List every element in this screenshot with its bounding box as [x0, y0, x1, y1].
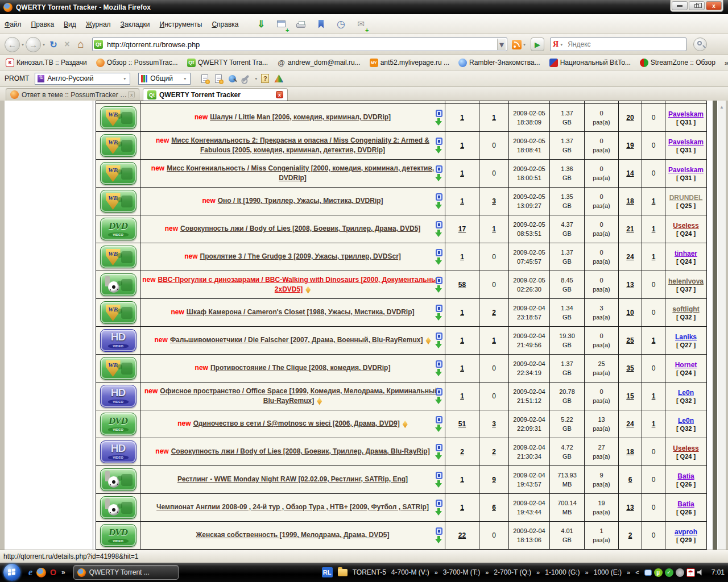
promt-help-icon[interactable]: ? — [259, 72, 271, 85]
torrent-file-icon[interactable] — [436, 500, 442, 507]
seeders-link[interactable]: 1 — [460, 504, 464, 512]
download-icon[interactable] — [435, 313, 442, 321]
uploader-link[interactable]: Le0n — [678, 417, 694, 425]
restore-button[interactable] — [689, 1, 705, 10]
torrent-file-icon[interactable] — [436, 277, 442, 284]
num2-link[interactable]: 1 — [652, 392, 656, 400]
download-icon[interactable] — [435, 174, 442, 181]
bookmark-item[interactable]: Rambler-Знакомства... — [458, 59, 540, 67]
promt-direction-select[interactable]: Англо-Русский ▾ — [35, 73, 130, 85]
menu-item[interactable]: Файл — [5, 20, 22, 28]
search-input[interactable] — [566, 40, 684, 49]
stop-button[interactable]: × — [60, 38, 74, 51]
download-icon[interactable] — [435, 230, 442, 237]
seeders-link[interactable]: 17 — [458, 225, 466, 233]
seeders-link[interactable]: 1 — [460, 392, 464, 400]
torrent-title-link[interactable]: Рестлинг - WWE Monday Night RAW [02.02.0… — [177, 475, 408, 483]
replies-link[interactable]: 13 — [626, 504, 634, 512]
drive-shortcut[interactable]: 4-700-M (V:) — [391, 568, 429, 576]
torrent-title-link[interactable]: Мисс Конгениальность 2: Прекрасна и опас… — [171, 136, 429, 154]
uploader-link[interactable]: avproh — [675, 528, 697, 536]
torrent-file-icon[interactable] — [436, 527, 442, 535]
leechers-link[interactable]: 2 — [492, 309, 496, 317]
menu-item[interactable]: Справка — [212, 20, 238, 28]
back-button[interactable]: ← — [5, 37, 20, 52]
translate-page-icon[interactable] — [198, 72, 211, 85]
antivirus-ok-tray-icon[interactable]: ✓ — [665, 568, 673, 577]
seeders-link[interactable]: 2 — [460, 448, 464, 456]
tab-close-icon[interactable]: x — [128, 91, 135, 98]
leechers-link[interactable]: 0 — [492, 253, 496, 261]
download-icon[interactable] — [435, 425, 442, 432]
torrent-title-link[interactable]: Совокупность лжи / Body of Lies [2008, Б… — [180, 225, 420, 232]
num2-link[interactable]: 0 — [652, 114, 656, 122]
leechers-link[interactable]: 3 — [492, 197, 496, 205]
num2-link[interactable]: 1 — [652, 225, 656, 233]
uploader-link[interactable]: softlight — [672, 305, 699, 313]
drive-overflow-icon[interactable]: » — [536, 569, 540, 576]
download-icon[interactable] — [435, 118, 442, 126]
download-icon[interactable] — [435, 397, 442, 404]
torrent-title-link[interactable]: Совокупность лжи / Body of Lies [2008, Б… — [171, 447, 430, 455]
replies-link[interactable]: 10 — [626, 309, 634, 317]
replies-link[interactable]: 18 — [626, 448, 634, 456]
leechers-link[interactable]: 0 — [492, 142, 496, 149]
download-icon[interactable] — [435, 480, 442, 488]
uploader-link[interactable]: tinhaer — [675, 250, 697, 257]
torrent-file-icon[interactable] — [436, 444, 442, 451]
torrent-title-link[interactable]: Проклятие 3 / The Grudge 3 [2009, Ужасы,… — [200, 252, 401, 260]
menu-item[interactable]: Правка — [31, 20, 55, 28]
torrent-file-icon[interactable] — [436, 472, 442, 479]
torrent-file-icon[interactable] — [436, 305, 442, 312]
num2-link[interactable]: 0 — [652, 169, 656, 177]
uploader-link[interactable]: Le0n — [678, 389, 694, 397]
download-icon[interactable] — [435, 452, 442, 460]
download-icon[interactable] — [435, 508, 442, 516]
uploader-link[interactable]: Pavelskam — [668, 166, 704, 174]
seeders-link[interactable]: 1 — [460, 169, 464, 177]
active-tab-close-icon[interactable]: x — [276, 91, 283, 98]
leechers-link[interactable]: 6 — [492, 504, 496, 512]
replies-link[interactable]: 24 — [626, 420, 634, 428]
bookmark-item[interactable]: ККинозал.ТВ :: Раздачи — [6, 59, 87, 67]
bookmark-item[interactable]: StreamZone :: Обзор — [640, 59, 715, 67]
web-search-icon[interactable] — [226, 72, 238, 85]
download-icon[interactable] — [435, 369, 442, 376]
uploader-link[interactable]: Pavelskam — [668, 110, 704, 118]
replies-link[interactable]: 24 — [626, 253, 634, 261]
promt-profile-select[interactable]: Общий ▾ — [138, 73, 191, 85]
torrent-file-icon[interactable] — [436, 416, 442, 423]
replies-link[interactable]: 21 — [626, 225, 634, 233]
replies-link[interactable]: 18 — [626, 197, 634, 205]
torrent-title-link[interactable]: Оно / It [1990, Триллер, Ужасы, Мистика,… — [218, 197, 383, 205]
drive-overflow-icon[interactable]: » — [485, 569, 489, 576]
uploader-link[interactable]: Hornet — [675, 361, 697, 369]
seeders-link[interactable]: 1 — [460, 364, 464, 372]
tab-qwerty-tracker[interactable]: Qt QWERTY Torrent Tracker x — [143, 88, 288, 101]
uploader-link[interactable]: Pavelskam — [668, 138, 704, 146]
menu-item[interactable]: Журнал — [86, 20, 111, 28]
leechers-link[interactable]: 0 — [492, 169, 496, 177]
quicklaunch-overflow-icon[interactable]: » — [61, 568, 65, 576]
replies-link[interactable]: 13 — [626, 281, 634, 289]
torrent-title-link[interactable]: Шалун / Little Man [2006, комедия, крими… — [210, 113, 391, 121]
seeders-link[interactable]: 1 — [460, 476, 464, 484]
menu-item[interactable]: Закладки — [121, 20, 150, 28]
taskbar-folder-label[interactable]: TORENT-5 — [353, 568, 386, 576]
volume-tray-icon[interactable] — [697, 569, 704, 576]
drive-shortcut[interactable]: 3-700-M (T:) — [443, 568, 480, 576]
num2-link[interactable]: 0 — [652, 531, 656, 539]
url-history-dropdown-icon[interactable]: ▾ — [497, 39, 506, 50]
start-button[interactable] — [3, 564, 20, 581]
bookmark-item[interactable]: MYant52.mylivepage.ru ... — [370, 59, 449, 67]
seeders-link[interactable]: 1 — [460, 114, 464, 122]
uploader-link[interactable]: helenlvova — [668, 277, 704, 285]
utorrent-tray-icon[interactable]: µ — [654, 568, 663, 577]
taskbar-window-button[interactable]: QWERTY Torrent ... — [73, 565, 179, 580]
print-icon[interactable] — [293, 16, 308, 31]
num2-link[interactable]: 1 — [652, 253, 656, 261]
torrent-file-icon[interactable] — [436, 332, 442, 340]
tab-possumtracker[interactable]: Ответ в теме :: PossumTracker @ Big... x — [6, 88, 139, 101]
translate-selection-icon[interactable] — [212, 72, 225, 85]
num2-link[interactable]: 1 — [652, 197, 656, 205]
